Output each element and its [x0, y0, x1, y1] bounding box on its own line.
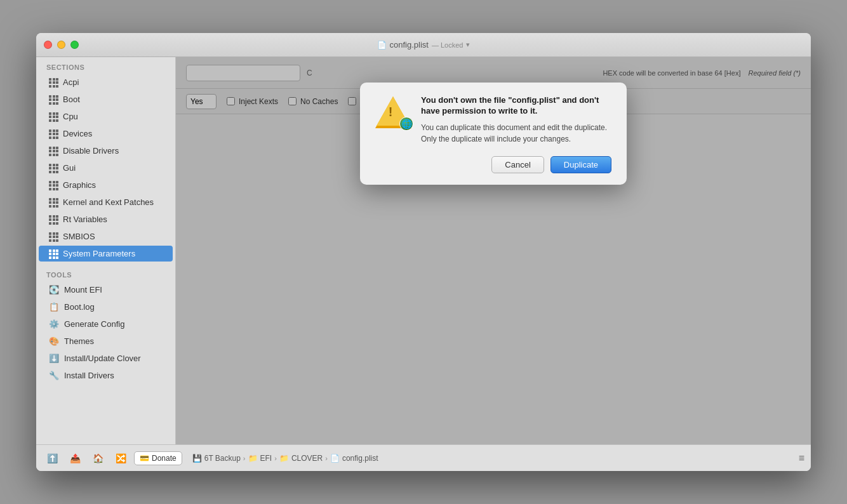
sidebar-item-disable-drivers[interactable]: Disable Drivers	[39, 143, 173, 159]
sidebar-item-mount-efi[interactable]: 💽 Mount EFI	[39, 282, 173, 298]
grid-icon	[49, 129, 58, 138]
breadcrumb-text-3: config.plist	[342, 454, 378, 463]
duplicate-button[interactable]: Duplicate	[550, 156, 611, 173]
close-button[interactable]	[44, 41, 52, 49]
sidebar-label-themes: Themes	[64, 336, 94, 346]
title-text: config.plist	[390, 40, 429, 50]
home-icon: 🏠	[93, 453, 103, 463]
maximize-button[interactable]	[70, 41, 79, 49]
sidebar-item-gui[interactable]: Gui	[39, 160, 173, 176]
sidebar-item-boot-log[interactable]: 📋 Boot.log	[39, 299, 173, 315]
breadcrumb-text-2: CLOVER	[291, 454, 323, 463]
permission-dialog: ! 🌐 You don't own the file "config.plist…	[360, 83, 627, 185]
modal-overlay: ! 🌐 You don't own the file "config.plist…	[176, 57, 811, 444]
grid-icon	[49, 198, 58, 207]
share-button[interactable]: 🔀	[111, 449, 130, 467]
exclamation-mark: !	[389, 105, 393, 118]
dialog-buttons: Cancel Duplicate	[375, 156, 611, 173]
sections-label: SECTIONS	[36, 57, 175, 74]
boot-log-icon: 📋	[49, 302, 59, 312]
breadcrumb-icon-0: 💾	[192, 454, 202, 463]
hamburger-menu-icon[interactable]: ≡	[799, 453, 804, 464]
sidebar-label-system: System Parameters	[63, 249, 135, 258]
content-area: C HEX code will be converted in base 64 …	[176, 57, 811, 444]
home-button[interactable]: 🏠	[88, 449, 107, 467]
sidebar-item-generate-config[interactable]: ⚙️ Generate Config	[39, 316, 173, 332]
sidebar-label-mount-efi: Mount EFI	[64, 285, 102, 295]
sidebar-label-boot-log: Boot.log	[64, 302, 95, 312]
minimize-button[interactable]	[57, 41, 65, 49]
paypal-icon: 💳	[140, 454, 149, 463]
sidebar-label-graphics: Graphics	[63, 180, 96, 190]
donate-label: Donate	[152, 454, 177, 463]
sidebar-label-boot: Boot	[63, 95, 80, 104]
dialog-title: You don't own the file "config.plist" an…	[421, 95, 611, 117]
sidebar-label-cpu: Cpu	[63, 112, 78, 121]
generate-config-icon: ⚙️	[49, 319, 59, 329]
import-button[interactable]: ⬆️	[43, 449, 62, 467]
sidebar-item-themes[interactable]: 🎨 Themes	[39, 333, 173, 349]
themes-icon: 🎨	[49, 336, 59, 346]
breadcrumb-icon-3: 📄	[330, 454, 340, 463]
grid-icon	[49, 112, 58, 121]
grid-icon	[49, 164, 58, 173]
grid-icon	[49, 78, 58, 87]
sidebar-item-kernel-kext[interactable]: Kernel and Kext Patches	[39, 194, 173, 210]
sidebar-label-install: Install/Update Clover	[64, 354, 141, 363]
sidebar-label-devices: Devices	[63, 129, 92, 138]
sidebar-label-smbios: SMBIOS	[63, 232, 95, 241]
grid-icon	[49, 95, 58, 104]
bottom-bar: ⬆️ 📤 🏠 🔀 💳 Donate 💾 6T Backup › 📁 EFI › …	[36, 444, 811, 471]
sidebar-label-gui: Gui	[63, 163, 76, 173]
breadcrumb-icon-1: 📁	[248, 454, 258, 463]
breadcrumb-sep-2: ›	[325, 454, 328, 462]
file-icon: 📄	[377, 41, 387, 50]
breadcrumb-icon-2: 📁	[279, 454, 289, 463]
export-button[interactable]: 📤	[65, 449, 84, 467]
sidebar-item-install-clover[interactable]: ⬇️ Install/Update Clover	[39, 350, 173, 366]
dialog-body: You can duplicate this document and edit…	[421, 122, 611, 145]
warning-icon: ! 🌐	[375, 95, 411, 131]
lock-status: — Locked	[432, 41, 464, 49]
dropdown-icon: ▾	[466, 41, 470, 49]
grid-icon	[49, 181, 58, 190]
main-content: SECTIONS Acpi Boot Cpu Devices Disable D…	[36, 57, 811, 444]
sidebar-label-rt: Rt Variables	[63, 215, 107, 224]
breadcrumb-text-1: EFI	[260, 454, 272, 463]
sidebar: SECTIONS Acpi Boot Cpu Devices Disable D…	[36, 57, 176, 444]
sidebar-item-devices[interactable]: Devices	[39, 126, 173, 142]
grid-icon-active	[49, 249, 58, 258]
globe-badge-icon: 🌐	[399, 117, 413, 131]
grid-icon	[49, 215, 58, 224]
donate-button[interactable]: 💳 Donate	[134, 451, 182, 465]
grid-icon	[49, 232, 58, 241]
sidebar-item-system-parameters[interactable]: System Parameters	[39, 246, 173, 262]
breadcrumb-sep-1: ›	[274, 454, 277, 462]
install-clover-icon: ⬇️	[49, 354, 59, 363]
tools-label: TOOLS	[36, 265, 175, 281]
sidebar-item-rt-variables[interactable]: Rt Variables	[39, 211, 173, 227]
sidebar-item-smbios[interactable]: SMBIOS	[39, 229, 173, 244]
dialog-text: You don't own the file "config.plist" an…	[421, 95, 611, 145]
sidebar-item-acpi[interactable]: Acpi	[39, 74, 173, 90]
titlebar: 📄 config.plist — Locked ▾	[36, 33, 811, 57]
sidebar-label-kernel: Kernel and Kext Patches	[63, 197, 154, 207]
sidebar-item-boot[interactable]: Boot	[39, 91, 173, 107]
share-icon: 🔀	[116, 453, 126, 463]
main-window: 📄 config.plist — Locked ▾ SECTIONS Acpi …	[36, 33, 811, 471]
export-icon: 📤	[70, 453, 81, 463]
breadcrumb-sep-0: ›	[243, 454, 246, 462]
breadcrumb-text-0: 6T Backup	[204, 454, 241, 463]
sidebar-item-install-drivers[interactable]: 🔧 Install Drivers	[39, 368, 173, 383]
cancel-button[interactable]: Cancel	[491, 156, 544, 173]
sidebar-item-graphics[interactable]: Graphics	[39, 177, 173, 193]
sidebar-label-generate: Generate Config	[64, 319, 124, 329]
sidebar-label-acpi: Acpi	[63, 77, 79, 87]
sidebar-item-cpu[interactable]: Cpu	[39, 109, 173, 124]
install-drivers-icon: 🔧	[49, 371, 59, 380]
window-title: 📄 config.plist — Locked ▾	[377, 40, 470, 50]
mount-efi-icon: 💽	[49, 285, 59, 295]
breadcrumb: 💾 6T Backup › 📁 EFI › 📁 CLOVER › 📄 confi…	[192, 453, 804, 464]
import-icon: ⬆️	[47, 453, 58, 463]
globe-emoji: 🌐	[401, 119, 412, 129]
